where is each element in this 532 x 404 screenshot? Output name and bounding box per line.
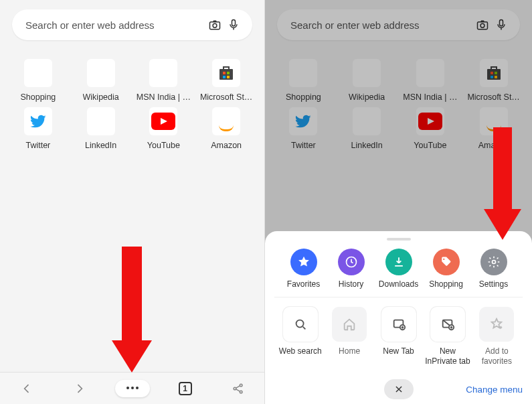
menu-downloads[interactable]: Downloads <box>376 249 422 289</box>
svg-point-1 <box>213 23 217 27</box>
action-label: New InPrivate tab <box>423 346 472 366</box>
menu-label: Shopping <box>429 279 463 289</box>
action-label: Add to favorites <box>472 346 521 366</box>
action-inprivate[interactable]: New InPrivate tab <box>423 307 472 366</box>
tile-label: LinkedIn <box>85 141 116 150</box>
speed-dial-grid: Shopping W Wikipedia MSN India | … Micro… <box>0 47 264 150</box>
home-icon <box>332 307 367 342</box>
action-web-search[interactable]: Web search <box>276 307 325 366</box>
menu-label: Downloads <box>379 279 418 289</box>
action-new-tab[interactable]: New Tab <box>374 307 423 366</box>
action-label: New Tab <box>383 346 414 356</box>
download-icon <box>385 249 412 275</box>
tile-twitter[interactable]: Twitter <box>7 107 70 150</box>
nav-more[interactable] <box>106 373 159 404</box>
tile-label: YouTube <box>147 141 180 150</box>
amazon-icon: a <box>212 107 240 135</box>
tile-label: Microsoft St… <box>200 92 253 102</box>
menu-label: Favorites <box>287 279 320 289</box>
action-label: Web search <box>279 346 322 356</box>
svg-point-10 <box>131 387 134 389</box>
action-label: Home <box>339 346 360 356</box>
svg-point-14 <box>240 391 242 393</box>
nav-back[interactable] <box>0 373 53 404</box>
tile-microsoft-store[interactable]: Microsoft St… <box>195 59 258 102</box>
tile-youtube[interactable]: YouTube <box>132 107 195 150</box>
svg-rect-6 <box>223 76 226 78</box>
action-home[interactable]: Home <box>325 307 373 366</box>
tile-label: Amazon <box>211 141 242 150</box>
gear-icon <box>480 249 507 275</box>
microsoft-store-icon <box>212 59 240 87</box>
tile-linkedin[interactable]: in LinkedIn <box>70 107 132 150</box>
tile-label: Twitter <box>25 141 50 150</box>
nav-share[interactable] <box>211 373 264 404</box>
svg-point-11 <box>136 387 139 389</box>
svg-rect-0 <box>210 22 220 29</box>
microphone-icon[interactable] <box>224 18 243 31</box>
tile-label: MSN India | … <box>137 92 191 102</box>
svg-rect-2 <box>232 20 236 26</box>
history-icon <box>338 249 365 275</box>
menu-settings[interactable]: Settings <box>471 249 517 289</box>
tab-count: 1 <box>179 382 192 395</box>
inprivate-icon <box>430 307 465 342</box>
msn-icon <box>149 59 177 87</box>
menu-shopping[interactable]: Shopping <box>424 249 469 289</box>
tag-icon <box>24 59 52 87</box>
menu-favorites[interactable]: Favorites <box>281 249 327 289</box>
star-add-icon <box>479 307 514 342</box>
youtube-icon <box>149 107 177 135</box>
menu-sheet: Favorites History Downloads <box>265 231 532 404</box>
camera-icon[interactable] <box>205 18 224 31</box>
svg-point-13 <box>240 384 242 387</box>
svg-rect-4 <box>223 72 226 74</box>
svg-point-9 <box>126 387 129 389</box>
tag-icon <box>433 249 460 275</box>
svg-point-26 <box>296 320 303 328</box>
annotation-arrow <box>108 247 155 374</box>
svg-rect-5 <box>227 72 230 74</box>
change-menu-link[interactable]: Change menu <box>466 385 523 395</box>
menu-history[interactable]: History <box>329 249 374 289</box>
bottom-nav: 1 <box>0 372 264 404</box>
search-icon <box>283 307 318 342</box>
search-placeholder: Search or enter web address <box>21 19 205 31</box>
sheet-handle[interactable] <box>387 238 411 241</box>
close-sheet-button[interactable] <box>384 379 414 399</box>
search-bar[interactable]: Search or enter web address <box>12 9 252 40</box>
tile-msn[interactable]: MSN India | … <box>132 59 195 102</box>
action-add-favorite[interactable]: Add to favorites <box>472 307 521 366</box>
tile-label: Shopping <box>20 92 56 102</box>
tile-wikipedia[interactable]: W Wikipedia <box>70 59 132 102</box>
browser-home-right: Search or enter web address Shopping W W… <box>265 0 532 404</box>
menu-label: Settings <box>479 279 508 289</box>
action-row: Web search Home New Tab <box>270 297 527 373</box>
twitter-icon <box>24 107 52 135</box>
sheet-footer: Change menu <box>265 375 532 404</box>
svg-rect-3 <box>219 69 233 80</box>
nav-forward[interactable] <box>53 373 106 404</box>
svg-point-25 <box>492 261 495 264</box>
wikipedia-icon: W <box>87 59 115 87</box>
tile-shopping[interactable]: Shopping <box>7 59 70 102</box>
star-icon <box>290 249 317 275</box>
tile-amazon[interactable]: a Amazon <box>195 107 258 150</box>
linkedin-icon: in <box>87 107 115 135</box>
annotation-arrow <box>481 127 524 241</box>
tile-label: Wikipedia <box>83 92 119 102</box>
menu-label: History <box>339 279 363 289</box>
svg-point-12 <box>234 387 236 390</box>
newtab-icon <box>381 307 416 342</box>
more-icon <box>115 380 150 397</box>
browser-home-left: Search or enter web address Shopping W W… <box>0 0 265 404</box>
svg-rect-7 <box>227 76 230 78</box>
quick-row: Favorites History Downloads <box>274 245 523 297</box>
nav-tabs[interactable]: 1 <box>159 373 211 404</box>
